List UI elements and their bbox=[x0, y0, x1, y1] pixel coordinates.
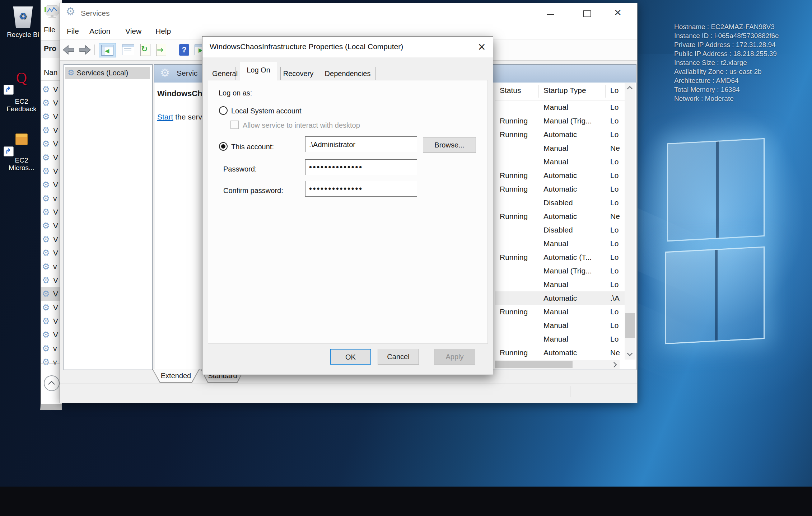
background-toolbar-label[interactable]: Pro bbox=[44, 44, 56, 53]
console-tree-toggle-button[interactable]: ◀ bbox=[99, 43, 116, 57]
service-row[interactable]: ManualLo bbox=[495, 319, 626, 332]
scrollbar-thumb[interactable] bbox=[625, 313, 635, 338]
interact-desktop-checkbox[interactable] bbox=[230, 121, 239, 129]
ec2-micros-box-icon bbox=[15, 133, 28, 145]
background-menu-file[interactable]: File bbox=[44, 26, 55, 34]
background-service-row[interactable]: ⚙v bbox=[41, 355, 62, 369]
menu-view[interactable]: View bbox=[125, 27, 141, 36]
forward-button[interactable] bbox=[78, 43, 92, 57]
service-row[interactable]: RunningManualLo bbox=[495, 305, 626, 319]
service-row[interactable]: DisabledLo bbox=[495, 223, 626, 237]
background-service-row[interactable]: ⚙V bbox=[41, 205, 62, 219]
background-service-row[interactable]: ⚙V bbox=[41, 96, 62, 110]
menu-file[interactable]: File bbox=[67, 27, 79, 36]
account-input[interactable]: .\Administrator bbox=[305, 136, 417, 152]
service-cell: Ne bbox=[610, 346, 620, 360]
scroll-right-icon[interactable] bbox=[611, 362, 617, 368]
confirm-password-input[interactable]: •••••••••••••• bbox=[305, 181, 417, 197]
background-service-row[interactable]: ⚙V bbox=[41, 123, 62, 137]
export-list-icon: → bbox=[156, 44, 166, 56]
vertical-scrollbar[interactable] bbox=[625, 83, 635, 360]
export-list-button[interactable]: → bbox=[154, 43, 168, 57]
service-row[interactable]: RunningManual (Trig...Lo bbox=[495, 114, 626, 128]
background-service-row[interactable]: ⚙V bbox=[41, 178, 62, 192]
services-titlebar[interactable]: ⚙ Services × bbox=[60, 3, 637, 24]
service-cell: Lo bbox=[610, 264, 619, 278]
background-service-row[interactable]: ⚙V bbox=[41, 164, 62, 178]
service-row[interactable]: RunningAutomaticLo bbox=[495, 169, 626, 182]
desktop-icon-recycle-bin[interactable]: ♻ Recycle Bi bbox=[0, 6, 46, 38]
tab-log-on[interactable]: Log On bbox=[240, 62, 277, 81]
background-service-row[interactable]: ⚙V bbox=[41, 83, 62, 96]
background-service-row[interactable]: ⚙V bbox=[41, 110, 62, 123]
background-service-row[interactable]: ⚙V bbox=[41, 151, 62, 164]
service-row[interactable]: ManualLo bbox=[495, 332, 626, 346]
scroll-down-icon[interactable] bbox=[627, 351, 633, 356]
browse-button[interactable]: Browse... bbox=[423, 137, 476, 153]
background-service-row[interactable]: ⚙V bbox=[41, 233, 62, 246]
service-row[interactable]: ManualLo bbox=[495, 155, 626, 169]
tab-dependencies[interactable]: Dependencies bbox=[320, 67, 375, 81]
service-row[interactable]: RunningAutomaticNe bbox=[495, 210, 626, 223]
service-row[interactable]: DisabledLo bbox=[495, 196, 626, 210]
service-cell: Running bbox=[500, 114, 528, 128]
background-service-row[interactable]: ⚙v bbox=[41, 342, 62, 355]
service-row[interactable]: Manual (Trig...Lo bbox=[495, 264, 626, 278]
background-service-row[interactable]: ⚙V bbox=[41, 273, 62, 287]
service-cell: Manual (Trig... bbox=[543, 114, 592, 128]
service-row[interactable]: ManualLo bbox=[495, 237, 626, 250]
properties-button[interactable] bbox=[121, 43, 135, 57]
ok-button[interactable]: OK bbox=[330, 349, 371, 365]
scrollbar-thumb[interactable] bbox=[495, 361, 573, 368]
desktop-icon-ec2-feedback[interactable]: Q EC2 Feedback bbox=[0, 70, 43, 113]
this-account-radio[interactable] bbox=[219, 142, 228, 151]
tab-extended[interactable]: Extended bbox=[152, 369, 200, 383]
background-service-row[interactable]: ⚙v bbox=[41, 260, 62, 273]
service-row[interactable]: Automatic.\A bbox=[495, 291, 626, 305]
horizontal-scrollbar[interactable] bbox=[495, 360, 620, 369]
minimize-button[interactable] bbox=[539, 3, 562, 24]
help-button[interactable]: ? bbox=[177, 43, 191, 57]
toolbar-separator bbox=[94, 44, 95, 55]
service-row[interactable]: RunningAutomaticLo bbox=[495, 128, 626, 141]
collapse-button[interactable] bbox=[44, 375, 60, 391]
dialog-close-button[interactable]: × bbox=[474, 39, 490, 55]
dialog-titlebar[interactable]: WindowsChaosInfrastructure Properties (L… bbox=[202, 37, 493, 57]
service-row[interactable]: ManualLo bbox=[495, 278, 626, 291]
desktop-icon-ec2-micros[interactable]: EC2 Micros... bbox=[0, 133, 43, 172]
menu-action[interactable]: Action bbox=[89, 27, 110, 36]
background-service-row[interactable]: ⚙V bbox=[41, 314, 62, 328]
background-service-row[interactable]: ⚙V bbox=[41, 287, 62, 301]
service-row[interactable]: RunningAutomaticLo bbox=[495, 182, 626, 196]
tree-item-services-local[interactable]: ⚙Services (Local) bbox=[65, 67, 150, 79]
background-service-row[interactable]: ⚙V bbox=[41, 246, 62, 260]
background-service-row[interactable]: ⚙v bbox=[41, 192, 62, 205]
service-row[interactable]: ManualLo bbox=[495, 100, 626, 114]
password-input[interactable]: •••••••••••••• bbox=[305, 159, 417, 175]
service-row[interactable]: ManualNe bbox=[495, 141, 626, 155]
cancel-button[interactable]: Cancel bbox=[378, 349, 419, 365]
start-service-link[interactable]: Start bbox=[157, 113, 173, 121]
scroll-up-icon[interactable] bbox=[627, 86, 633, 92]
background-service-row[interactable]: ⚙V bbox=[41, 328, 62, 342]
service-row[interactable]: RunningAutomatic (T...Lo bbox=[495, 250, 626, 264]
background-service-row[interactable]: ⚙V bbox=[41, 301, 62, 314]
background-service-row[interactable]: ⚙V bbox=[41, 137, 62, 151]
apply-button[interactable]: Apply bbox=[434, 349, 475, 365]
back-button[interactable] bbox=[61, 43, 76, 57]
column-header-logon[interactable]: Lo bbox=[610, 86, 619, 95]
maximize-button[interactable] bbox=[576, 3, 599, 24]
column-header-startup-type[interactable]: Startup Type bbox=[543, 86, 586, 95]
refresh-button[interactable]: ↻ bbox=[138, 43, 153, 57]
gear-icon: ⚙ bbox=[42, 355, 50, 369]
tab-recovery[interactable]: Recovery bbox=[280, 67, 316, 81]
service-cell: Ne bbox=[610, 141, 620, 155]
tab-general[interactable]: General bbox=[212, 67, 235, 81]
close-button[interactable]: × bbox=[608, 3, 631, 24]
background-service-row[interactable]: ⚙V bbox=[41, 219, 62, 233]
menu-help[interactable]: Help bbox=[155, 27, 171, 36]
column-header-status[interactable]: Status bbox=[500, 86, 521, 95]
background-name-column-header[interactable]: Nan bbox=[44, 68, 58, 77]
service-row[interactable]: RunningAutomaticNe bbox=[495, 346, 626, 360]
local-system-radio[interactable] bbox=[219, 106, 228, 115]
